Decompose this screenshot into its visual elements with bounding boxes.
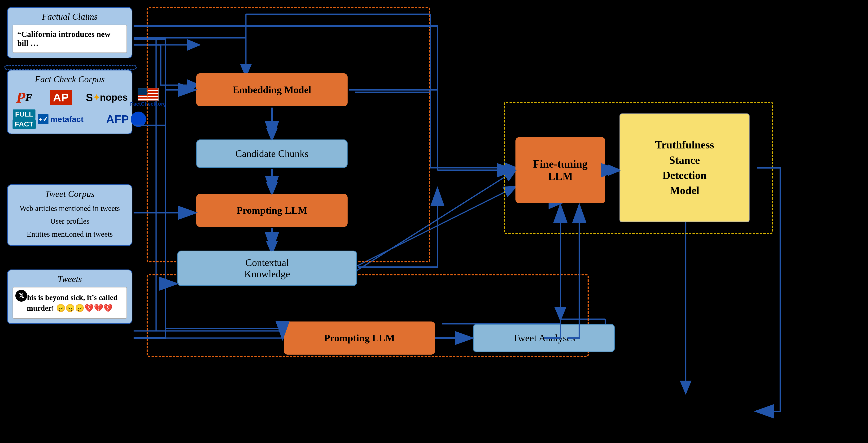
corpus-item-1: Web articles mentioned in tweets	[12, 202, 127, 215]
tweets-panel: Tweets 𝕏 This is beyond sick, it’s calle…	[7, 270, 132, 324]
corpus-items: Web articles mentioned in tweets User pr…	[12, 202, 127, 241]
embedding-model-label: Embedding Model	[232, 84, 311, 95]
finetuning-llm-label: Fine-tuningLLM	[533, 158, 588, 183]
prompting-llm-bottom-node: Prompting LLM	[284, 321, 435, 355]
tweet-corpus-title: Tweet Corpus	[12, 189, 127, 199]
tweet-card: 𝕏 This is beyond sick, it’s called murde…	[12, 287, 127, 319]
corpus-dashed-outline	[4, 65, 137, 70]
truthfulness-model-label: TruthfulnessStanceDetectionModel	[655, 137, 714, 198]
truthfulness-model-node: TruthfulnessStanceDetectionModel	[619, 114, 749, 222]
prompting-llm-top-label: Prompting LLM	[237, 205, 307, 216]
tweet-analyses-node: Tweet Analyses	[473, 324, 615, 352]
embedding-model-node: Embedding Model	[196, 73, 348, 106]
tweet-corpus-panel: Tweet Corpus Web articles mentioned in t…	[7, 184, 132, 246]
tweets-title: Tweets	[12, 274, 127, 284]
fact-check-panel: Fact Check Corpus PF AP S ✦ nopes	[7, 70, 132, 134]
tweet-text: This is beyond sick, it’s called murder!…	[22, 293, 118, 312]
contextual-knowledge-label: ContextualKnowledge	[244, 257, 290, 280]
factual-claims-title: Factual Claims	[12, 11, 127, 22]
tweet-analyses-label: Tweet Analyses	[513, 333, 575, 344]
prompting-llm-bottom-label: Prompting LLM	[324, 333, 395, 344]
contextual-knowledge-node: ContextualKnowledge	[177, 251, 357, 286]
x-logo: 𝕏	[16, 290, 27, 302]
logo-politifact: PF	[12, 89, 36, 106]
logo-snopes: S ✦ nopes	[86, 92, 128, 103]
corpus-item-2: User profiles	[12, 215, 127, 227]
prompting-llm-top-node: Prompting LLM	[196, 194, 348, 227]
corpus-item-3: Entities mentioned in tweets	[12, 228, 127, 241]
claim-card: “California introduces new bill …	[12, 25, 127, 53]
finetuning-llm-node: Fine-tuningLLM	[516, 137, 605, 203]
fact-check-title: Fact Check Corpus	[12, 74, 127, 85]
diagram-container: Factual Claims “California introduces ne…	[0, 0, 868, 443]
candidate-chunks-node: Candidate Chunks	[196, 139, 348, 168]
logos-grid: PF AP S ✦ nopes FactCheck.org	[12, 88, 127, 129]
factual-claims-panel: Factual Claims “California introduces ne…	[7, 7, 132, 58]
candidate-chunks-label: Candidate Chunks	[235, 148, 308, 159]
logo-metafact: +✓ metafact	[38, 114, 84, 124]
claim-text: “California introduces new bill …	[17, 30, 111, 48]
logo-ap: AP	[38, 90, 84, 105]
logo-fullfact: FULL FACT	[12, 109, 36, 129]
